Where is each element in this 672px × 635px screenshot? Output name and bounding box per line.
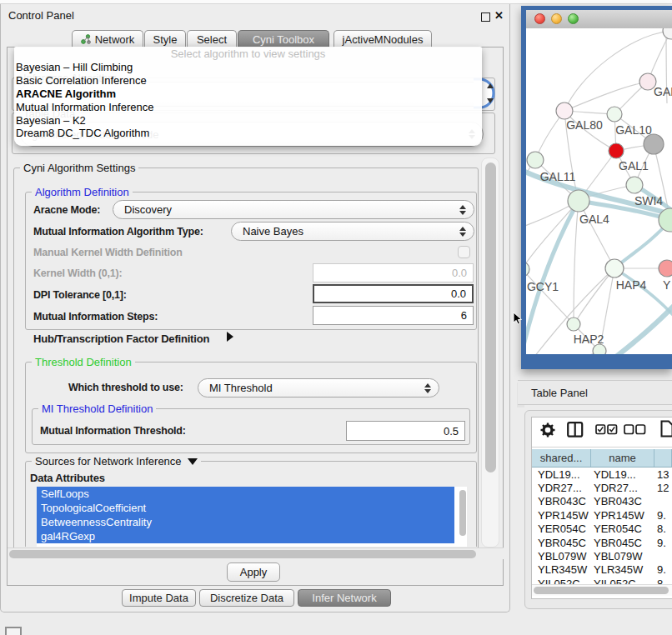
tab-style[interactable]: Style (144, 30, 186, 48)
table-horizontal-scrollbar-thumb[interactable] (534, 587, 669, 594)
mi-threshold-input[interactable]: 0.5 (346, 421, 465, 441)
algorithm-option[interactable]: Mutual Information Inference (14, 101, 482, 114)
which-threshold-combo[interactable]: MI Threshold (198, 378, 439, 398)
algorithm-option[interactable]: ARACNE Algorithm (14, 88, 482, 101)
float-window-icon[interactable] (481, 12, 490, 22)
tab-impute-data[interactable]: Impute Data (122, 589, 196, 607)
table-cell[interactable]: YBR043C (594, 495, 642, 508)
algorithm-dropdown-placeholder: Select algorithm to view settings (14, 47, 482, 61)
manual-kernel-checkbox[interactable] (458, 246, 470, 258)
column-header[interactable]: shared... (532, 449, 591, 467)
settings-vertical-scrollbar-thumb[interactable] (485, 162, 496, 472)
mi-type-combo[interactable]: Naive Bayes (231, 222, 474, 241)
attributes-scrollbar-thumb[interactable] (459, 490, 466, 536)
table-cell[interactable]: YBR045C (594, 537, 642, 549)
algorithm-option[interactable]: Bayesian – Hill Climbing (14, 61, 482, 74)
network-node[interactable] (609, 143, 624, 158)
column-header[interactable] (654, 449, 672, 467)
table-cell[interactable]: YBR045C (538, 537, 586, 549)
select-all-columns-icon[interactable] (595, 424, 618, 435)
network-canvas[interactable]: GAL7GAL80GAL10GAL1GAL11GAL4SWI4GCY1HAP4Y… (526, 28, 672, 354)
table-cell[interactable]: YBL079W (594, 550, 643, 562)
network-node[interactable] (659, 260, 672, 277)
algorithm-option[interactable]: Basic Correlation Inference (14, 74, 482, 88)
network-node[interactable] (663, 28, 672, 39)
table-cell[interactable]: YDL19... (538, 468, 580, 481)
table-cell[interactable]: 9. (657, 509, 666, 522)
network-node-label: SWI4 (634, 194, 663, 208)
hub-expand-icon[interactable] (227, 332, 233, 342)
network-node[interactable] (607, 107, 622, 122)
tab-jactivemnodules[interactable]: jActiveMNodules (333, 30, 432, 48)
close-icon[interactable]: ✕ (494, 9, 504, 22)
float-panel-icon[interactable] (5, 627, 22, 635)
network-edge[interactable] (574, 268, 614, 324)
table-cell[interactable]: 12 (657, 482, 669, 494)
network-node[interactable] (556, 102, 573, 119)
new-table-icon[interactable] (660, 420, 672, 438)
table-cell[interactable]: 9. (657, 563, 666, 576)
network-edge-highlighted[interactable] (572, 303, 672, 354)
network-edge[interactable] (579, 201, 614, 268)
zoom-traffic-light[interactable] (568, 13, 579, 24)
gear-icon[interactable] (540, 422, 555, 438)
minimize-traffic-light[interactable] (551, 13, 562, 24)
unselect-all-columns-icon[interactable] (624, 424, 646, 435)
network-edge[interactable] (564, 82, 648, 111)
algorithm-option[interactable]: Bayesian – K2 (14, 114, 482, 128)
network-edge[interactable] (564, 31, 671, 111)
tab-infer-network[interactable]: Infer Network (298, 589, 391, 607)
table-cell[interactable]: YDR27... (594, 482, 638, 494)
attribute-item[interactable]: SelfLoops (37, 487, 454, 501)
mi-threshold-group-title: MI Threshold Definition (38, 402, 156, 415)
network-node[interactable] (626, 177, 643, 193)
tab-select[interactable]: Select (187, 30, 237, 48)
network-node[interactable] (605, 259, 624, 278)
kernel-width-input[interactable]: 0.0 (313, 263, 474, 282)
settings-vertical-scrollbar[interactable] (481, 158, 499, 548)
table-cell[interactable]: YDR27... (538, 482, 582, 494)
attribute-item[interactable]: TopologicalCoefficient (37, 501, 454, 515)
settings-horizontal-scrollbar[interactable] (8, 548, 504, 559)
table-cell[interactable]: YER054C (538, 522, 586, 535)
table-cell[interactable]: YDL19... (594, 468, 636, 481)
network-node[interactable] (527, 152, 544, 168)
network-node[interactable] (644, 134, 664, 154)
columns-icon[interactable] (567, 422, 584, 438)
tab-cyni-toolbox[interactable]: Cyni Toolbox (238, 30, 329, 48)
close-traffic-light[interactable] (534, 13, 545, 24)
network-window[interactable]: GAL7GAL80GAL10GAL1GAL11GAL4SWI4GCY1HAP4Y… (521, 6, 672, 369)
attribute-item[interactable]: gal4RGexp (37, 529, 454, 543)
tab-network[interactable]: Network (72, 30, 143, 48)
network-node-label: HAP4 (616, 278, 647, 292)
table-cell[interactable]: 8. (657, 522, 666, 535)
table-cell[interactable]: YPR145W (594, 509, 644, 522)
settings-horizontal-scrollbar-thumb[interactable] (9, 550, 476, 558)
table-cell[interactable]: 9. (657, 537, 666, 549)
table-cell[interactable]: YBR043C (538, 495, 586, 508)
mi-steps-input[interactable]: 6 (313, 306, 474, 325)
column-header[interactable]: name (591, 449, 654, 467)
sources-collapse-icon[interactable] (188, 458, 198, 465)
network-node[interactable] (593, 344, 606, 354)
table-cell[interactable]: YLR345W (538, 563, 587, 576)
network-node[interactable] (567, 318, 580, 331)
dpi-tolerance-input[interactable]: 0.0 (313, 284, 474, 303)
data-attributes-list[interactable]: SelfLoopsTopologicalCoefficientBetweenne… (37, 487, 467, 547)
algorithm-option[interactable]: Dream8 DC_TDC Algorithm (14, 127, 482, 140)
table-cell[interactable]: YLR345W (594, 563, 643, 576)
table-cell[interactable]: YBL079W (538, 550, 587, 562)
apply-button[interactable]: Apply (227, 562, 280, 582)
network-edge-highlighted[interactable] (526, 201, 579, 354)
table-horizontal-scrollbar[interactable] (532, 584, 672, 596)
network-node-label: GAL7 (654, 85, 672, 98)
aracne-mode-combo[interactable]: Discovery (113, 200, 474, 219)
table-cell[interactable]: YER054C (594, 522, 642, 535)
table-cell[interactable]: 13 (657, 468, 669, 481)
network-node[interactable] (568, 190, 589, 212)
tab-discretize-data[interactable]: Discretize Data (199, 589, 294, 607)
table-cell[interactable]: YPR145W (538, 509, 589, 522)
network-window-titlebar[interactable] (526, 10, 672, 29)
attribute-item[interactable]: BetweennessCentrality (37, 515, 454, 529)
network-node[interactable] (526, 262, 529, 277)
